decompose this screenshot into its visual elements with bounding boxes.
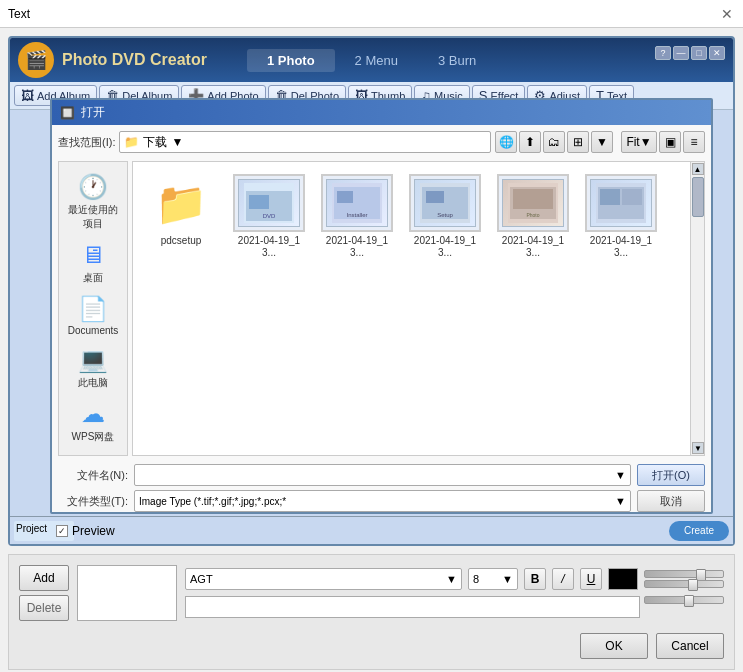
location-new-folder-btn[interactable]: 🗂 [543, 131, 565, 153]
file-name: 2021-04-19_13... [497, 235, 569, 259]
list-item[interactable]: Installer 2021-04-19_13... [317, 170, 397, 263]
pdc-min-btn[interactable]: — [673, 46, 689, 60]
svg-text:Setup: Setup [437, 212, 453, 218]
bold-button[interactable]: B [524, 568, 546, 590]
font-size-arrow: ▼ [502, 573, 513, 585]
pdc-window: 🎬 Photo DVD Creator 1 Photo 2 Menu 3 Bur… [8, 36, 735, 546]
opacity-slider-2[interactable] [644, 580, 724, 588]
list-item[interactable]: Setup 2021-04-19_13... [405, 170, 485, 263]
pdc-step-photo[interactable]: 1 Photo [247, 49, 335, 72]
main-area: 🎬 Photo DVD Creator 1 Photo 2 Menu 3 Bur… [0, 28, 743, 672]
pdc-help-btn[interactable]: ? [655, 46, 671, 60]
file-cancel-button[interactable]: 取消 [637, 490, 705, 512]
sidebar-wps[interactable]: ☁ WPS网盘 [63, 397, 123, 447]
color-picker[interactable] [608, 568, 638, 590]
desktop-label: 桌面 [83, 271, 103, 285]
location-view-btn[interactable]: ⊞ [567, 131, 589, 153]
filename-arrow: ▼ [615, 469, 626, 481]
pdc-max-btn[interactable]: □ [691, 46, 707, 60]
view-btn-1[interactable]: ▣ [659, 131, 681, 153]
svg-text:Installer: Installer [346, 212, 367, 218]
filetype-dropdown[interactable]: Image Type (*.tif;*.gif;*.jpg;*.pcx;* ▼ [134, 490, 631, 512]
font-top-row: AGT ▼ 8 ▼ B / U [185, 568, 724, 590]
cancel-button[interactable]: Cancel [656, 633, 724, 659]
wps-label: WPS网盘 [72, 430, 115, 444]
image-thumb: Installer [321, 174, 393, 232]
window-close-button[interactable]: ✕ [719, 6, 735, 22]
list-item[interactable]: DVD 2021-04-19_13... [229, 170, 309, 263]
filetype-row: 文件类型(T): Image Type (*.tif;*.gif;*.jpg;*… [58, 490, 705, 512]
desktop-icon: 🖥 [81, 241, 105, 269]
location-view-arrow-btn[interactable]: ▼ [591, 131, 613, 153]
location-dropdown[interactable]: 📁 下载 ▼ [119, 131, 491, 153]
step1-label: Photo [278, 53, 315, 68]
font-size-value: 8 [473, 573, 479, 585]
list-item[interactable]: Photo 2021-04-19_13... [493, 170, 573, 263]
file-name: 2021-04-19_13... [233, 235, 305, 259]
image-thumb: Photo [497, 174, 569, 232]
bottom-panel: Add Delete AGT ▼ 8 ▼ B / [8, 554, 735, 670]
filename-dropdown[interactable]: ▼ [134, 464, 631, 486]
scroll-thumb[interactable] [692, 177, 704, 217]
opacity-slider-1[interactable] [644, 570, 724, 578]
file-open-button[interactable]: 打开(O) [637, 464, 705, 486]
file-name: 2021-04-19_13... [321, 235, 393, 259]
bottom-row: Add Delete AGT ▼ 8 ▼ B / [19, 565, 724, 621]
image-thumb [585, 174, 657, 232]
preview-checkbox[interactable]: ✓ [56, 525, 68, 537]
fit-dropdown[interactable]: Fit ▼ [621, 131, 657, 153]
font-size-select[interactable]: 8 ▼ [468, 568, 518, 590]
step1-num: 1 [267, 53, 274, 68]
add-button[interactable]: Add [19, 565, 69, 591]
location-value: 下载 [143, 134, 167, 151]
text-input[interactable] [185, 596, 640, 618]
font-controls: AGT ▼ 8 ▼ B / U [185, 568, 724, 618]
add-album-icon: 🖼 [21, 88, 34, 103]
scrollbar[interactable]: ▲ ▼ [690, 162, 704, 455]
italic-button[interactable]: / [552, 568, 574, 590]
pdc-logo-icon: 🎬 [25, 49, 47, 71]
location-up-btn[interactable]: ⬆ [519, 131, 541, 153]
scroll-down-btn[interactable]: ▼ [692, 442, 704, 454]
svg-rect-6 [337, 191, 353, 203]
file-dialog: 🔲 打开 查找范围(I): 📁 下载 ▼ 🌐 ⬆ 🗂 ⊞ [50, 98, 713, 514]
file-dialog-body: 查找范围(I): 📁 下载 ▼ 🌐 ⬆ 🗂 ⊞ ▼ [52, 125, 711, 522]
view-btn-2[interactable]: ≡ [683, 131, 705, 153]
font-name-arrow: ▼ [446, 573, 457, 585]
main-bottom-buttons: OK Cancel [19, 633, 724, 659]
pdc-close-btn[interactable]: ✕ [709, 46, 725, 60]
pdc-steps: 1 Photo 2 Menu 3 Burn [247, 49, 725, 72]
svg-rect-10 [426, 191, 444, 203]
pdc-logo: 🎬 [18, 42, 54, 78]
documents-icon: 📄 [78, 295, 108, 323]
svg-rect-19 [622, 189, 642, 205]
slider-area [644, 570, 724, 588]
step3-label: Burn [449, 53, 476, 68]
recent-label: 最近使用的项目 [66, 203, 120, 231]
computer-label: 此电脑 [78, 376, 108, 390]
pdc-step-burn[interactable]: 3 Burn [418, 49, 496, 72]
fit-label: Fit [626, 135, 639, 149]
step2-label: Menu [365, 53, 398, 68]
dropdown-arrow: ▼ [171, 135, 183, 149]
sidebar-documents[interactable]: 📄 Documents [63, 292, 123, 339]
delete-button[interactable]: Delete [19, 595, 69, 621]
scroll-up-btn[interactable]: ▲ [692, 163, 704, 175]
underline-button[interactable]: U [580, 568, 602, 590]
pdc-win-controls: ? — □ ✕ [655, 46, 725, 60]
font-name-select[interactable]: AGT ▼ [185, 568, 462, 590]
sidebar-desktop[interactable]: 🖥 桌面 [63, 238, 123, 288]
sidebar-recent[interactable]: 🕐 最近使用的项目 [63, 170, 123, 234]
pdc-app-title: Photo DVD Creator [62, 51, 207, 69]
ok-button[interactable]: OK [580, 633, 648, 659]
list-item[interactable]: 📁 pdcsetup [141, 170, 221, 263]
list-item[interactable]: 2021-04-19_13... [581, 170, 661, 263]
image-thumb: Setup [409, 174, 481, 232]
file-name: pdcsetup [161, 235, 202, 247]
pdc-step-menu[interactable]: 2 Menu [335, 49, 418, 72]
text-slider[interactable] [644, 596, 724, 604]
svg-rect-2 [249, 195, 269, 209]
location-web-btn[interactable]: 🌐 [495, 131, 517, 153]
sidebar-computer[interactable]: 💻 此电脑 [63, 343, 123, 393]
location-label: 查找范围(I): [58, 135, 115, 150]
